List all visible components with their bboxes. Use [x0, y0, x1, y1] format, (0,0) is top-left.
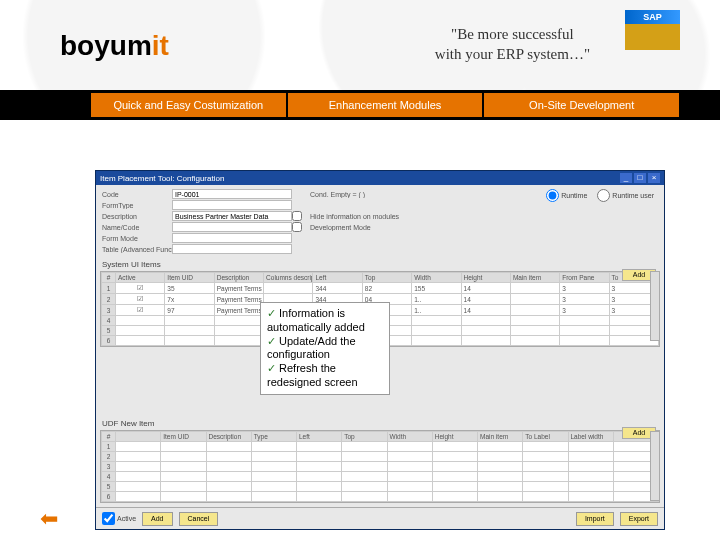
sap-badge: SAP — [625, 10, 680, 50]
formmode-input[interactable] — [172, 233, 292, 243]
grid1-header: Description — [214, 273, 263, 283]
grid1-header: Top — [362, 273, 411, 283]
info-callout: ✓ Information is automatically added ✓ U… — [260, 302, 390, 395]
table-row[interactable]: 1☑35Payment Terms (Folder)344821551433 — [102, 283, 659, 294]
namecode-label: Name/Code — [102, 224, 172, 231]
namecode-input[interactable] — [172, 222, 292, 232]
grid1-header: Width — [412, 273, 461, 283]
check-icon: ✓ — [267, 335, 276, 347]
dev-label: Development Mode — [310, 224, 440, 231]
table-row[interactable]: 2 — [102, 452, 659, 462]
desc-label: Description — [102, 213, 172, 220]
grid1-header: From Pane — [560, 273, 609, 283]
hide-label: Hide information on modules — [310, 213, 440, 220]
minimize-icon[interactable]: _ — [620, 173, 632, 183]
table-row[interactable]: 1 — [102, 442, 659, 452]
hide-checkbox[interactable] — [292, 211, 302, 221]
grid2-header: Label width — [568, 432, 613, 442]
grid1-cell: 14 — [461, 294, 510, 305]
grid1-cell: 1.. — [412, 305, 461, 316]
cond-label: Cond. Empty = ( ) — [310, 191, 440, 198]
close-icon[interactable]: × — [648, 173, 660, 183]
grid1-cell — [510, 294, 559, 305]
back-arrow-icon[interactable]: ⬅ — [40, 506, 58, 532]
grid1-cell: ☑ — [116, 283, 165, 294]
logo-text-2: it — [152, 30, 169, 61]
grid1-cell: Payment Terms (Label) — [214, 294, 263, 305]
code-input[interactable] — [172, 189, 292, 199]
grid1-header: Height — [461, 273, 510, 283]
formtype-input[interactable] — [172, 200, 292, 210]
tagline-line2: with your ERP system…" — [435, 45, 590, 65]
grid1-cell: 344 — [313, 283, 362, 294]
grid1-cell: 14 — [461, 283, 510, 294]
grid1-cell: 155 — [412, 283, 461, 294]
grid1-cell — [510, 283, 559, 294]
table-row[interactable]: 3 — [102, 462, 659, 472]
check-icon: ✓ — [267, 362, 276, 374]
grid1-header: Main item — [510, 273, 559, 283]
nav-onsite[interactable]: On-Site Development — [484, 93, 679, 117]
grid1-cell: 97 — [165, 305, 214, 316]
grid1-scrollbar[interactable] — [650, 271, 660, 341]
callout-line2: Update/Add the configuration — [267, 335, 356, 361]
bottom-bar: Active Add Cancel Import Export — [96, 507, 664, 529]
titlebar: Item Placement Tool: Configuration _ □ × — [96, 171, 664, 185]
tagline: "Be more successful with your ERP system… — [435, 25, 590, 64]
section1-title: System UI Items — [96, 258, 664, 271]
grid1-header: Item UID — [165, 273, 214, 283]
desc-input[interactable] — [172, 211, 292, 221]
code-label: Code — [102, 191, 172, 198]
grid1-cell: 3 — [560, 294, 609, 305]
table-row[interactable]: 6 — [102, 492, 659, 502]
window-title: Item Placement Tool: Configuration — [100, 174, 224, 183]
maximize-icon[interactable]: □ — [634, 173, 646, 183]
radio-runtime[interactable]: Runtime — [546, 189, 587, 202]
grid1-cell: 3 — [560, 283, 609, 294]
grid2-header: Top — [342, 432, 387, 442]
nav-customization[interactable]: Quick and Easy Costumization — [91, 93, 286, 117]
grid1-cell — [510, 305, 559, 316]
grid1-cell: 82 — [362, 283, 411, 294]
check-icon: ✓ — [267, 307, 276, 319]
grid2-scrollbar[interactable] — [650, 431, 660, 501]
table-input[interactable] — [172, 244, 292, 254]
callout-line1: Information is automatically added — [267, 307, 365, 333]
grid1-cell: 7x — [165, 294, 214, 305]
navbar: Quick and Easy Costumization Enhancement… — [0, 90, 720, 120]
radio-runtime-user[interactable]: Runtime user — [597, 189, 654, 202]
grid2-header: Type — [251, 432, 296, 442]
grid2-header: Height — [432, 432, 477, 442]
formtype-label: FormType — [102, 202, 172, 209]
import-button[interactable]: Import — [576, 512, 614, 526]
table-row[interactable]: 4 — [102, 472, 659, 482]
formmode-label: Form Mode — [102, 235, 172, 242]
nav-enhancement[interactable]: Enhancement Modules — [288, 93, 483, 117]
dev-checkbox[interactable] — [292, 222, 302, 232]
bottom-add-button[interactable]: Add — [142, 512, 172, 526]
table-label: Table (Advanced Function) — [102, 246, 172, 253]
active-checkbox[interactable] — [102, 512, 115, 525]
grid1-cell: ☑ — [116, 305, 165, 316]
grid2-header: Main item — [478, 432, 523, 442]
boyum-logo: boyumit — [60, 30, 169, 62]
grid1-cell: Payment Terms (Folder) LinkedButton — [214, 305, 263, 316]
active-label: Active — [117, 515, 136, 522]
grid1-cell: ☑ — [116, 294, 165, 305]
table-row[interactable]: 5 — [102, 482, 659, 492]
grid2-header: Item UID — [161, 432, 206, 442]
grid1-header: Columns description — [264, 273, 313, 283]
cancel-button[interactable]: Cancel — [179, 512, 219, 526]
grid1-cell: 14 — [461, 305, 510, 316]
udf-grid: #Item UIDDescriptionTypeLeftTopWidthHeig… — [100, 430, 660, 503]
grid2-header — [116, 432, 161, 442]
grid2-header: Description — [206, 432, 251, 442]
export-button[interactable]: Export — [620, 512, 658, 526]
sap-label: SAP — [625, 10, 680, 24]
grid1-cell: 35 — [165, 283, 214, 294]
grid1-cell: Payment Terms (Folder) — [214, 283, 263, 294]
grid2-header: Left — [297, 432, 342, 442]
grid1-cell: 3 — [560, 305, 609, 316]
section2-title: UDF New Item — [96, 417, 664, 430]
grid1-cell: 1.. — [412, 294, 461, 305]
